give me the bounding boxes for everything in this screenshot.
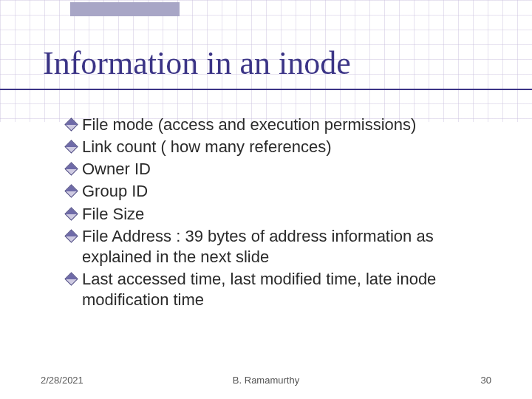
accent-bar: [70, 2, 180, 16]
list-item: File Size: [66, 204, 488, 225]
list-item-text: Owner ID: [82, 159, 151, 180]
list-item: File mode (access and execution permissi…: [66, 115, 488, 135]
diamond-bullet-icon: [64, 185, 78, 198]
list-item-text: Last accessed time, last modified time, …: [82, 269, 488, 310]
list-item: Last accessed time, last modified time, …: [66, 269, 488, 310]
diamond-bullet-icon: [64, 140, 78, 153]
diamond-bullet-icon: [64, 272, 78, 285]
list-item-text: File Size: [82, 204, 144, 225]
diamond-bullet-icon: [64, 117, 78, 131]
slide-title: Information in an inode: [43, 44, 351, 82]
list-item-text: Group ID: [82, 181, 148, 202]
footer-page-number: 30: [481, 375, 491, 386]
list-item: Link count ( how many references): [66, 137, 488, 157]
list-item: File Address : 39 bytes of address infor…: [66, 226, 488, 267]
footer-author: B. Ramamurthy: [0, 375, 532, 386]
list-item: Owner ID: [66, 159, 488, 180]
list-item-text: Link count ( how many references): [82, 137, 332, 157]
diamond-bullet-icon: [64, 163, 78, 176]
title-underline: [0, 89, 532, 90]
diamond-bullet-icon: [64, 207, 78, 220]
list-item-text: File Address : 39 bytes of address infor…: [82, 226, 488, 267]
list-item-text: File mode (access and execution permissi…: [82, 115, 416, 135]
bullet-list: File mode (access and execution permissi…: [66, 115, 488, 312]
list-item: Group ID: [66, 181, 488, 202]
diamond-bullet-icon: [64, 229, 78, 242]
